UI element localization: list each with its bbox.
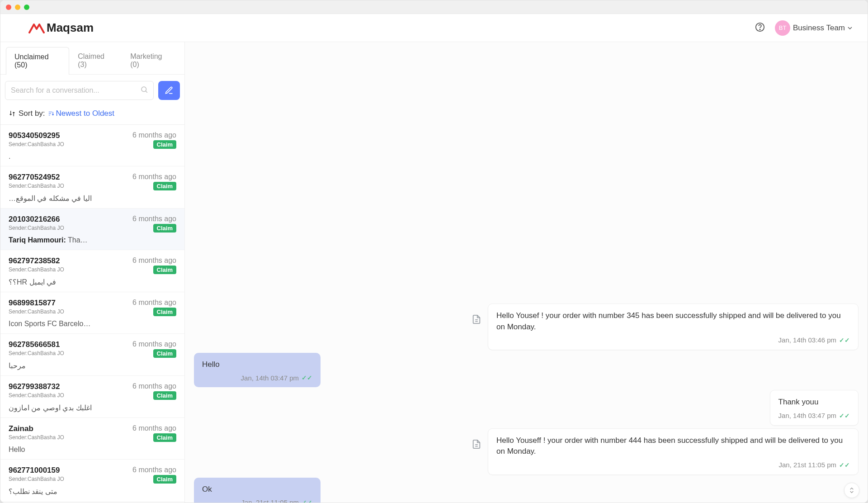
message-bubble: HelloJan, 14th 03:47 pm✓✓ — [194, 353, 321, 387]
conversation-item[interactable]: 9627993887326 months agoSender:CashBasha… — [0, 376, 184, 418]
sort-dropdown[interactable]: Newest to Oldest — [48, 109, 114, 118]
message-row: OkJan, 21st 11:05 pm✓✓ — [194, 478, 859, 503]
sort-row: Sort by: Newest to Oldest — [0, 106, 184, 125]
conversation-item[interactable]: 9627972385826 months agoSender:CashBasha… — [0, 250, 184, 292]
conversation-number: 905340509295 — [9, 131, 60, 140]
search-icon — [140, 85, 148, 95]
message-time: Jan, 14th 03:47 pm — [778, 411, 836, 421]
help-icon[interactable] — [755, 22, 765, 34]
conversation-time: 6 months ago — [132, 299, 176, 307]
maximize-window-button[interactable] — [24, 5, 29, 10]
svg-point-1 — [760, 29, 760, 29]
search-wrap — [5, 81, 154, 100]
message-time: Jan, 14th 03:46 pm — [778, 335, 836, 345]
claim-button[interactable]: Claim — [153, 308, 176, 316]
conversation-preview: اغلبك بدي اوصي من امازون — [9, 403, 176, 412]
brand-name: Maqsam — [47, 21, 94, 35]
conversation-time: 6 months ago — [132, 340, 176, 348]
message-list[interactable]: Hello Yousef ! your order with number 34… — [185, 42, 868, 503]
conversation-number: 962785666581 — [9, 340, 60, 349]
app-body: Unclaimed (50)Claimed (3)Marketing (0) S… — [0, 42, 868, 503]
message-meta: Jan, 21st 11:05 pm✓✓ — [496, 460, 850, 470]
message-bubble: Hello Youseff ! your order with number 4… — [488, 428, 859, 475]
message-time: Jan, 14th 03:47 pm — [241, 373, 299, 383]
message-bubble: Hello Yousef ! your order with number 34… — [488, 304, 859, 350]
conversation-preview: متى ينقد نطلب؟ — [9, 487, 176, 496]
document-icon — [472, 439, 483, 451]
document-icon — [472, 314, 483, 326]
conversation-preview: …اليا في مشكله في الموقع — [9, 194, 176, 203]
search-row — [0, 75, 184, 106]
message-meta: Jan, 21st 11:05 pm✓✓ — [202, 498, 312, 503]
conversation-time: 6 months ago — [132, 215, 176, 223]
conversation-time: 6 months ago — [132, 173, 176, 181]
message-text: Thank youu — [778, 397, 850, 408]
message-time: Jan, 21st 11:05 pm — [241, 498, 299, 503]
read-ticks-icon: ✓✓ — [839, 460, 850, 470]
conversation-list[interactable]: 9053405092956 months agoSender:CashBasha… — [0, 125, 184, 503]
message-meta: Jan, 14th 03:46 pm✓✓ — [496, 335, 850, 345]
message-text: Hello Yousef ! your order with number 34… — [496, 310, 850, 332]
conversation-number: 962799388732 — [9, 382, 60, 391]
claim-button[interactable]: Claim — [153, 475, 176, 484]
chevrons-icon — [848, 487, 855, 494]
claim-button[interactable]: Claim — [153, 349, 176, 358]
claim-button[interactable]: Claim — [153, 224, 176, 233]
compose-icon — [165, 86, 174, 95]
sort-value: Newest to Oldest — [56, 109, 114, 118]
tab-0[interactable]: Unclaimed (50) — [6, 47, 69, 75]
svg-point-2 — [142, 87, 146, 92]
conversation-item[interactable]: 9627710001596 months agoSender:CashBasha… — [0, 460, 184, 502]
titlebar — [0, 0, 868, 14]
conversation-number: 96899815877 — [9, 299, 56, 308]
claim-button[interactable]: Claim — [153, 266, 176, 274]
conversation-item[interactable]: 9627705249526 months agoSender:CashBasha… — [0, 166, 184, 209]
team-dropdown[interactable]: BT Business Team — [775, 20, 852, 36]
conversation-item[interactable]: 2010302162666 months agoSender:CashBasha… — [0, 209, 184, 250]
message-text: Ok — [202, 484, 312, 495]
tab-1[interactable]: Claimed (3) — [69, 47, 122, 74]
conversation-preview: مرحبا — [9, 361, 176, 370]
sort-arrows-icon — [9, 110, 16, 117]
expand-toggle-button[interactable] — [844, 483, 859, 498]
conversation-preview: ؟؟HR في ايميل — [9, 278, 176, 286]
conversation-time: 6 months ago — [132, 424, 176, 432]
sort-order-icon — [48, 110, 54, 117]
sort-label: Sort by: — [19, 109, 45, 118]
team-label: Business Team — [793, 24, 845, 33]
chevron-down-icon — [848, 26, 852, 30]
message-meta: Jan, 14th 03:47 pm✓✓ — [778, 411, 850, 421]
message-text: Hello Youseff ! your order with number 4… — [496, 435, 850, 457]
conversation-time: 6 months ago — [132, 256, 176, 265]
conversation-preview: Tariq Hammouri: Tha… — [9, 236, 176, 244]
search-input[interactable] — [5, 81, 154, 100]
read-ticks-icon: ✓✓ — [839, 336, 850, 345]
claim-button[interactable]: Claim — [153, 140, 176, 149]
claim-button[interactable]: Claim — [153, 433, 176, 442]
conversation-item[interactable]: 9053405092956 months agoSender:CashBasha… — [0, 125, 184, 166]
conversation-time: 6 months ago — [132, 131, 176, 139]
conversation-number: 962771000159 — [9, 466, 60, 475]
conversation-preview: Hello — [9, 446, 176, 454]
conversation-item[interactable]: 9627856665816 months agoSender:CashBasha… — [0, 334, 184, 376]
claim-button[interactable]: Claim — [153, 182, 176, 190]
conversation-item[interactable]: Zainab6 months agoSender:CashBasha JOCla… — [0, 418, 184, 460]
brand-mark-icon — [28, 22, 45, 34]
message-row: Hello Yousef ! your order with number 34… — [194, 304, 859, 350]
message-text: Hello — [202, 359, 312, 370]
app-header: Maqsam BT Business Team — [0, 14, 868, 42]
compose-button[interactable] — [158, 81, 180, 100]
minimize-window-button[interactable] — [15, 5, 20, 10]
conversation-preview: Icon Sports FC Barcelo… — [9, 320, 176, 328]
message-row: Thank youuJan, 14th 03:47 pm✓✓ — [194, 390, 859, 425]
conversation-time: 6 months ago — [132, 466, 176, 474]
conversation-number: 962770524952 — [9, 173, 60, 182]
read-ticks-icon: ✓✓ — [302, 373, 312, 382]
brand-logo: Maqsam — [28, 21, 94, 35]
message-row: HelloJan, 14th 03:47 pm✓✓ — [194, 353, 859, 387]
conversation-item[interactable]: 968998158776 months agoSender:CashBasha … — [0, 292, 184, 334]
message-bubble: Thank youuJan, 14th 03:47 pm✓✓ — [770, 390, 859, 425]
tab-2[interactable]: Marketing (0) — [122, 47, 179, 74]
close-window-button[interactable] — [6, 5, 11, 10]
claim-button[interactable]: Claim — [153, 391, 176, 400]
